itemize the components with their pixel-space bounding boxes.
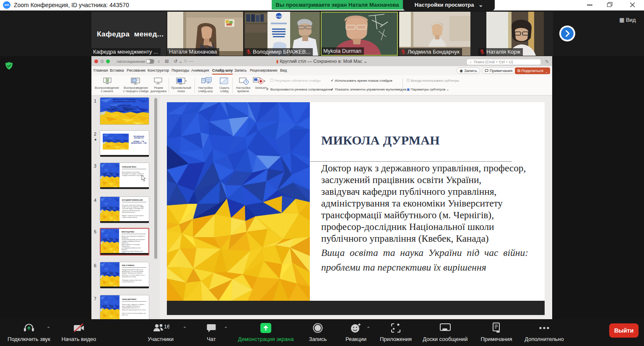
svg-text:16: 16 [164,323,169,330]
svg-text:НАДС: НАДС [275,15,283,18]
